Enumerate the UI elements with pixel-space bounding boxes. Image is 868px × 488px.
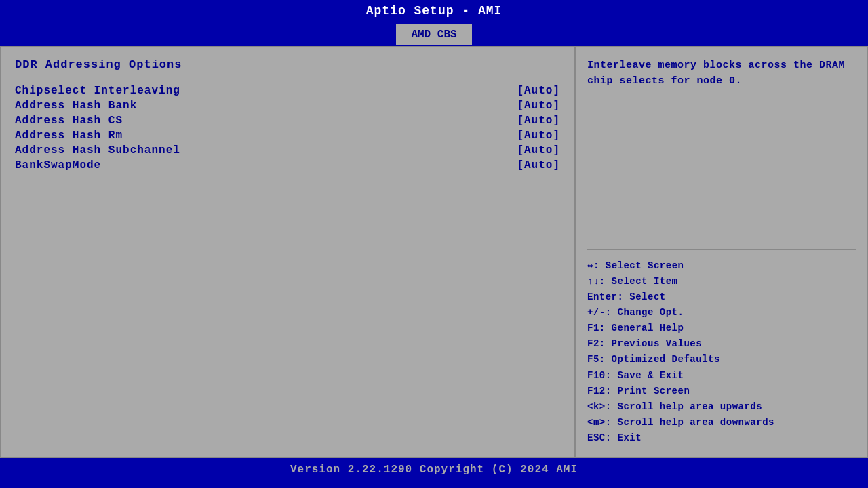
key-help-select-item: ↑↓: Select Item <box>587 274 856 289</box>
menu-item-value-hash-subchannel: [Auto] <box>517 144 560 157</box>
menu-item-hash-bank[interactable]: Address Hash Bank [Auto] <box>15 100 560 112</box>
menu-item-label-hash-cs: Address Hash CS <box>15 115 123 127</box>
divider <box>587 249 856 250</box>
main-content: DDR Addressing Options Chipselect Interl… <box>0 46 868 458</box>
menu-item-value-bankswap: [Auto] <box>517 159 560 171</box>
menu-item-label-hash-rm: Address Hash Rm <box>15 129 123 142</box>
footer: Version 2.22.1290 Copyright (C) 2024 AMI <box>0 458 868 484</box>
key-help-enter: Enter: Select <box>587 289 856 305</box>
key-help-f2: F2: Previous Values <box>587 336 856 352</box>
key-help-scroll-down: <m>: Scroll help area downwards <box>587 415 856 430</box>
menu-item-hash-rm[interactable]: Address Hash Rm [Auto] <box>15 129 560 142</box>
menu-item-label-chipselect: Chipselect Interleaving <box>15 85 180 97</box>
menu-item-label-hash-subchannel: Address Hash Subchannel <box>15 144 180 157</box>
key-help-esc: ESC: Exit <box>587 430 856 446</box>
menu-item-bankswap[interactable]: BankSwapMode [Auto] <box>15 159 560 171</box>
key-help-scroll-up: <k>: Scroll help area upwards <box>587 399 856 415</box>
left-panel: DDR Addressing Options Chipselect Interl… <box>0 46 575 458</box>
menu-item-value-hash-cs: [Auto] <box>517 115 560 127</box>
key-help: ⇔: Select Screen ↑↓: Select Item Enter: … <box>587 258 856 446</box>
menu-item-value-hash-bank: [Auto] <box>517 100 560 112</box>
key-help-select-screen: ⇔: Select Screen <box>587 258 856 274</box>
key-help-f5: F5: Optimized Defaults <box>587 352 856 367</box>
footer-text: Version 2.22.1290 Copyright (C) 2024 AMI <box>290 464 578 476</box>
menu-item-hash-cs[interactable]: Address Hash CS [Auto] <box>15 115 560 127</box>
tab-amd-cbs[interactable]: AMD CBS <box>396 24 471 45</box>
key-help-f1: F1: General Help <box>587 321 856 336</box>
menu-item-chipselect[interactable]: Chipselect Interleaving [Auto] <box>15 85 560 97</box>
key-help-f10: F10: Save & Exit <box>587 368 856 384</box>
right-panel: Interleave memory blocks across the DRAM… <box>575 46 868 458</box>
key-help-change-opt: +/-: Change Opt. <box>587 305 856 321</box>
app-title: Aptio Setup - AMI <box>366 4 502 18</box>
left-panel-title: DDR Addressing Options <box>15 58 560 71</box>
menu-item-value-hash-rm: [Auto] <box>517 129 560 142</box>
menu-item-label-hash-bank: Address Hash Bank <box>15 100 137 112</box>
menu-item-value-chipselect: [Auto] <box>517 85 560 97</box>
tab-bar: AMD CBS <box>0 22 868 45</box>
help-text: Interleave memory blocks across the DRAM… <box>587 58 856 241</box>
menu-item-hash-subchannel[interactable]: Address Hash Subchannel [Auto] <box>15 144 560 157</box>
key-help-f12: F12: Print Screen <box>587 384 856 399</box>
title-bar: Aptio Setup - AMI <box>0 0 868 22</box>
menu-item-label-bankswap: BankSwapMode <box>15 159 101 171</box>
